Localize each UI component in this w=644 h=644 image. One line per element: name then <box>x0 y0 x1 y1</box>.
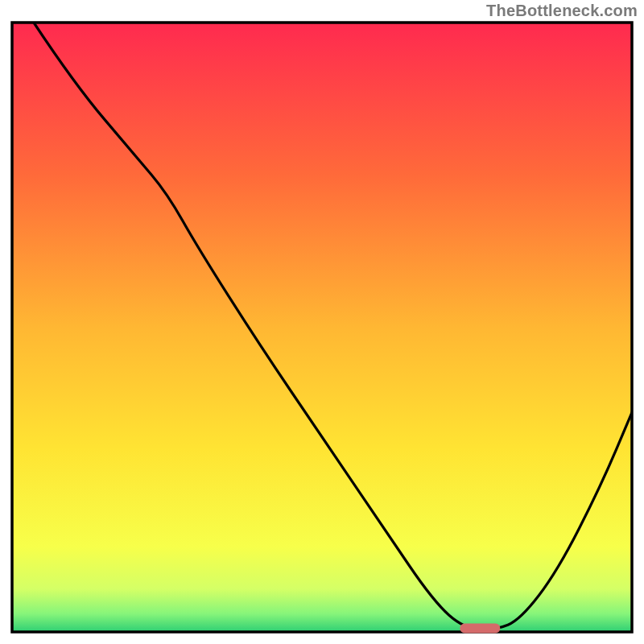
bottleneck-chart <box>0 0 644 644</box>
watermark-text: TheBottleneck.com <box>486 2 638 20</box>
